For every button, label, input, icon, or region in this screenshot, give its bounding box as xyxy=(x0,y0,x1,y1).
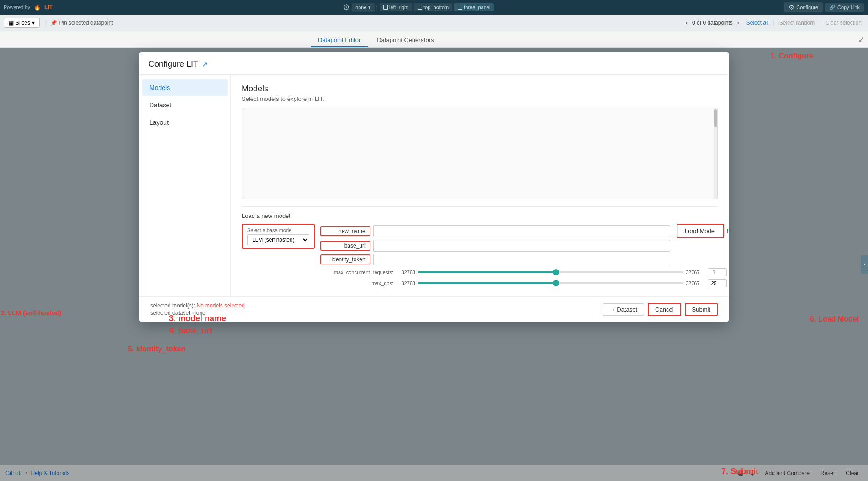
range-number-qps[interactable] xyxy=(708,279,727,287)
range-label-qps: max_qps: xyxy=(320,280,393,286)
second-bar: ▦ Slices ▾ | 📌 Pin selected datapoint ‹ … xyxy=(0,15,868,31)
selected-models-label: selected model(s): xyxy=(150,302,195,309)
configure-modal: Configure LIT ↗ Models Dataset Layout Mo… xyxy=(139,52,729,322)
range-min-concurrent: -32768 xyxy=(396,270,415,275)
main-area: Configure LIT ↗ Models Dataset Layout Mo… xyxy=(0,48,868,481)
field-row-identity-token: identity_token: xyxy=(320,254,729,265)
powered-by-label: Powered by xyxy=(4,5,30,10)
collapse-handle[interactable]: › xyxy=(861,255,868,274)
models-scrollbar[interactable] xyxy=(714,108,717,199)
slices-dropdown-icon: ▾ xyxy=(32,20,35,26)
field-input-new-name[interactable] xyxy=(373,225,670,237)
field-label-identity-token: identity_token: xyxy=(320,254,370,264)
configure-gear-icon: ⚙ xyxy=(789,4,794,11)
tab-bar: Datapoint Editor Datapoint Generators ⤢ xyxy=(0,31,868,48)
no-models-selected: No models selected xyxy=(196,302,244,309)
load-model-btn[interactable]: Load Model xyxy=(677,224,724,238)
models-list-area xyxy=(242,108,718,199)
modal-ext-link-icon[interactable]: ↗ xyxy=(202,60,208,69)
dataset-value: none xyxy=(193,310,206,316)
modal-header: Configure LIT ↗ xyxy=(139,52,729,75)
range-row-qps: max_qps: -32768 32767 xyxy=(320,279,729,287)
pin-datapoint-btn[interactable]: 📌 Pin selected datapoint xyxy=(50,20,113,26)
load-model-label: Load a new model xyxy=(242,212,718,219)
copy-link-btn[interactable]: 🔗 Copy Link xyxy=(825,3,864,12)
layout-3p-label: three_panel xyxy=(464,5,490,10)
expand-icon[interactable]: ⤢ xyxy=(858,35,864,43)
lit-label: LIT xyxy=(44,4,53,11)
modal-content: Models Select models to explore in LIT. … xyxy=(231,75,729,296)
range-number-concurrent[interactable] xyxy=(708,268,727,276)
annotation-llm: 2. LLM (self-hosted) xyxy=(1,309,61,317)
layout-3p-icon xyxy=(458,5,462,10)
annotation-base-url: 4. base_url xyxy=(169,326,212,336)
annotation-load-model: 6. Load Model xyxy=(810,315,859,323)
range-thumb-concurrent[interactable] xyxy=(553,269,559,275)
fire-icon: 🔥 xyxy=(34,4,41,11)
load-model-section: Load a new model Select a base model LLM… xyxy=(242,206,718,287)
field-label-base-url: base_url: xyxy=(320,241,370,251)
footer-status-models: selected model(s): No models selected xyxy=(150,302,245,309)
layout-lr-icon xyxy=(383,5,388,10)
range-label-concurrent: max_concurrent_requests: xyxy=(320,270,393,275)
annotation-configure: 1. Configure xyxy=(771,52,813,60)
models-scrollbar-thumb xyxy=(714,109,717,127)
sep2: | xyxy=(773,19,774,26)
fields-column: new_name: Load Model Reload base_url: xyxy=(320,224,729,287)
layout-none-dropdown-icon: ▾ xyxy=(368,5,371,11)
sidebar-nav-models[interactable]: Models xyxy=(142,79,228,96)
submit-btn[interactable]: Submit xyxy=(685,303,718,316)
base-model-select[interactable]: LLM (self hosted) xyxy=(247,234,309,245)
layout-none-btn[interactable]: none ▾ xyxy=(352,3,374,12)
slices-btn[interactable]: ▦ Slices ▾ xyxy=(4,18,40,28)
field-input-identity-token[interactable] xyxy=(373,254,670,265)
pin-label: Pin selected datapoint xyxy=(59,20,113,26)
modal-footer: selected model(s): No models selected se… xyxy=(139,296,729,322)
range-thumb-qps[interactable] xyxy=(553,280,559,286)
nav-prev-btn[interactable]: ‹ xyxy=(683,19,690,27)
field-input-base-url[interactable] xyxy=(373,240,670,252)
nav-next-btn[interactable]: › xyxy=(735,19,742,27)
layout-lr-label: left_right xyxy=(389,5,408,10)
footer-right: → Dataset Cancel Submit xyxy=(603,303,718,316)
tab-datapoint-editor[interactable]: Datapoint Editor xyxy=(311,34,368,47)
copy-link-icon: 🔗 xyxy=(829,5,836,11)
dataset-nav-btn[interactable]: → Dataset xyxy=(603,303,644,316)
range-max-concurrent: 32767 xyxy=(686,270,705,275)
sidebar-nav-dataset[interactable]: Dataset xyxy=(142,97,228,113)
modal-body: Models Dataset Layout Models Select mode… xyxy=(139,75,729,296)
selected-dataset-label: selected dataset: xyxy=(150,310,192,316)
copy-link-area: 🔗 Copy Link xyxy=(825,3,864,12)
cancel-btn[interactable]: Cancel xyxy=(648,303,681,316)
select-random-btn[interactable]: Select random xyxy=(777,19,817,27)
configure-label: Configure xyxy=(796,5,818,10)
select-all-btn[interactable]: Select all xyxy=(744,19,772,27)
separator1: | xyxy=(376,4,378,11)
configure-btn[interactable]: ⚙ Configure xyxy=(784,2,823,12)
field-row-new-name: new_name: Load Model Reload xyxy=(320,224,729,238)
footer-status-area: selected model(s): No models selected se… xyxy=(150,302,245,316)
layout-left-right-btn[interactable]: left_right xyxy=(380,3,412,11)
layout-tb-label: top_bottom xyxy=(423,5,449,10)
clear-selection-btn[interactable]: Clear selection xyxy=(823,19,864,27)
layout-top-bottom-btn[interactable]: top_bottom xyxy=(414,3,452,11)
range-track-concurrent xyxy=(418,271,683,273)
content-title: Models xyxy=(242,84,718,94)
tab-datapoint-generators[interactable]: Datapoint Generators xyxy=(370,34,441,47)
layout-three-panel-btn[interactable]: three_panel xyxy=(454,3,494,11)
layout-tb-icon xyxy=(418,5,422,10)
sidebar-nav-layout[interactable]: Layout xyxy=(142,114,228,131)
reload-btn[interactable]: Reload xyxy=(727,228,729,234)
slice-icon: ▦ xyxy=(9,20,14,26)
range-min-qps: -32768 xyxy=(396,280,415,286)
settings-circle-icon[interactable]: ⚙ xyxy=(343,2,350,12)
range-row-concurrent: max_concurrent_requests: -32768 32767 xyxy=(320,268,729,276)
modal-sidebar: Models Dataset Layout xyxy=(139,75,231,296)
base-model-select-label: Select a base model xyxy=(247,227,309,233)
second-bar-right: ‹ 0 of 0 datapoints › Select all | Selec… xyxy=(683,19,864,27)
fields-wrapper: new_name: Load Model Reload base_url: xyxy=(320,224,729,287)
modal-overlay: Configure LIT ↗ Models Dataset Layout Mo… xyxy=(0,48,868,481)
copy-link-label: Copy Link xyxy=(837,5,860,10)
modal-title: Configure LIT xyxy=(148,59,198,69)
top-bar-left: Powered by 🔥 LIT xyxy=(4,4,53,11)
